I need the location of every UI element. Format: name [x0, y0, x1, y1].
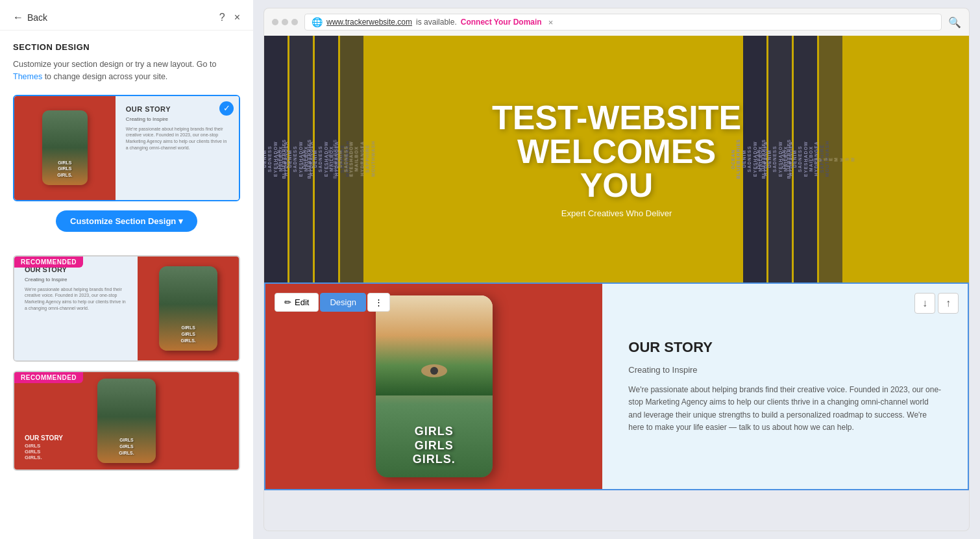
themes-link[interactable]: Themes	[13, 72, 42, 81]
hero-overlay: TEST-WEBSITEWELCOMESYOU Expert Creatives…	[492, 101, 741, 218]
browser-dot-3	[291, 19, 298, 25]
help-icon[interactable]: ?	[219, 12, 225, 23]
header-icons: ? ×	[219, 12, 240, 23]
content-section: ✏ Edit Design ⋮ ↓ ↑	[264, 282, 969, 490]
browser-close-icon[interactable]: ×	[548, 18, 554, 27]
move-down-button[interactable]: ↓	[914, 293, 935, 314]
browser-chrome: 🌐 www.trackerwebsite.com is available. C…	[263, 8, 970, 36]
url-text[interactable]: www.trackerwebsite.com	[326, 18, 412, 27]
book-r4: OBDSEMHSM	[819, 36, 842, 282]
books-right: OCEANBLUEBERRIESDENIMSADNESSEYESHADOWMAI…	[743, 36, 969, 282]
selected-checkmark: ✓	[219, 101, 234, 116]
more-icon: ⋮	[374, 297, 383, 307]
hero-main-title: TEST-WEBSITEWELCOMESYOU	[492, 101, 741, 202]
card1-phone-mock: GIRLSGIRLSGIRLS.	[42, 110, 88, 185]
layout-card-1[interactable]: ✓ GIRLSGIRLSGIRLS. OUR STORY Creating to…	[13, 95, 240, 201]
close-icon[interactable]: ×	[234, 12, 240, 23]
layout-card-2[interactable]: RECOMMENDED OUR STORY Creating to Inspir…	[13, 255, 240, 362]
back-button[interactable]: ← Back	[13, 12, 47, 23]
section-design-title: SECTION DESIGN	[13, 42, 240, 52]
left-panel: ← Back ? × SECTION DESIGN Customize your…	[0, 0, 253, 539]
design-button[interactable]: Design	[320, 293, 365, 312]
right-panel: 🌐 www.trackerwebsite.com is available. C…	[253, 0, 980, 539]
card3-our-story: OUR STORY	[25, 434, 63, 442]
search-icon[interactable]: 🔍	[948, 16, 961, 29]
more-options-button[interactable]: ⋮	[367, 293, 390, 312]
recommended-badge-1: RECOMMENDED	[14, 257, 83, 268]
browser-addressbar: 🌐 www.trackerwebsite.com is available. C…	[304, 14, 942, 31]
card3-phone-mock: GIRLSGIRLSGIRLS.	[97, 379, 156, 463]
hero-subtitle: Expert Creatives Who Deliver	[492, 208, 741, 218]
recommended-badge-2: RECOMMENDED	[14, 372, 83, 383]
panel-header: ← Back ? ×	[0, 0, 253, 31]
content-right-text: OUR STORY Creating to Inspire We're pass…	[602, 284, 968, 489]
card2-phone-text: GIRLSGIRLSGIRLS.	[159, 325, 217, 344]
card2-body: We're passionate about helping brands fi…	[25, 286, 127, 312]
card2-image-right: GIRLSGIRLSGIRLS.	[138, 257, 239, 360]
browser-content: OCEANBLUEBERRIESDENIMSADNESSEYESHADOWMAI…	[263, 36, 970, 531]
move-up-button[interactable]: ↑	[938, 293, 959, 314]
browser-dot-1	[272, 19, 278, 25]
preview-card-1: GIRLSGIRLSGIRLS. OUR STORY Creating to I…	[14, 96, 239, 200]
arrow-controls: ↓ ↑	[914, 293, 959, 314]
browser-dots	[272, 19, 298, 25]
eye-graphic	[421, 364, 447, 377]
available-text: is available.	[416, 18, 457, 27]
preview-card-2: OUR STORY Creating to Inspire We're pass…	[14, 257, 239, 360]
card3-subtext: GIRLSGIRLSGIRLS.	[25, 443, 63, 460]
card2-creating: Creating to Inspire	[25, 277, 127, 282]
edit-button[interactable]: ✏ Edit	[275, 293, 319, 312]
edit-toolbar: ✏ Edit Design ⋮	[275, 293, 390, 312]
hero-section: OCEANBLUEBERRIESDENIMSADNESSEYESHADOWMAI…	[264, 36, 969, 282]
card1-body: We're passionate about helping brands fi…	[126, 126, 228, 151]
layout-card-3[interactable]: RECOMMENDED GIRLSGIRLSGIRLS. OUR STORY G…	[13, 371, 240, 471]
card2-text-left: OUR STORY Creating to Inspire We're pass…	[14, 257, 138, 360]
content-our-story-title: OUR STORY	[628, 339, 942, 356]
back-arrow-icon: ←	[13, 12, 23, 23]
content-creating-label: Creating to Inspire	[628, 365, 942, 375]
book-4: OCEANBLUEBERRIESDENIMSADNESSEYESHADOWMAI…	[340, 36, 363, 282]
card1-phone-text: GIRLSGIRLSGIRLS.	[42, 160, 88, 179]
customize-btn-wrapper: Customize Section Design ▾	[13, 210, 240, 244]
card3-phone-text: GIRLSGIRLSGIRLS.	[97, 437, 156, 456]
preview-card-3: GIRLSGIRLSGIRLS. OUR STORY GIRLSGIRLSGIR…	[14, 372, 239, 470]
section-description: Customize your section design or try a n…	[13, 58, 240, 83]
card1-image-left: GIRLSGIRLSGIRLS.	[14, 96, 116, 200]
book-text-r4: OBDSEMHSM	[807, 157, 856, 162]
browser-dot-2	[282, 19, 288, 25]
back-label: Back	[27, 12, 47, 23]
eye-pupil	[430, 367, 438, 375]
card2-phone-mock: GIRLSGIRLSGIRLS.	[159, 266, 217, 351]
pencil-icon: ✏	[284, 297, 291, 307]
main-phone-mockup: GIRLSGIRLSGIRLS.	[376, 295, 493, 477]
card1-our-story: OUR STORY	[126, 105, 228, 113]
book-text-4: OCEANBLUEBERRIESDENIMSADNESSEYESHADOWMAI…	[327, 139, 376, 179]
globe-icon: 🌐	[312, 17, 323, 27]
phone-bg-top	[376, 295, 493, 395]
phone-text: GIRLSGIRLSGIRLS.	[386, 425, 482, 467]
phone-overlay: GIRLSGIRLSGIRLS.	[376, 414, 493, 477]
chevron-down-icon: ▾	[178, 216, 183, 226]
content-body-text: We're passionate about helping brands fi…	[628, 384, 942, 434]
customize-section-design-button[interactable]: Customize Section Design ▾	[56, 210, 197, 232]
card1-creating: Creating to Inspire	[126, 116, 228, 122]
connect-domain-link[interactable]: Connect Your Domain	[461, 18, 542, 27]
card3-overlay-text: OUR STORY GIRLSGIRLSGIRLS.	[25, 434, 63, 460]
content-left-image: GIRLSGIRLSGIRLS.	[265, 284, 602, 489]
panel-body: SECTION DESIGN Customize your section de…	[0, 31, 253, 539]
